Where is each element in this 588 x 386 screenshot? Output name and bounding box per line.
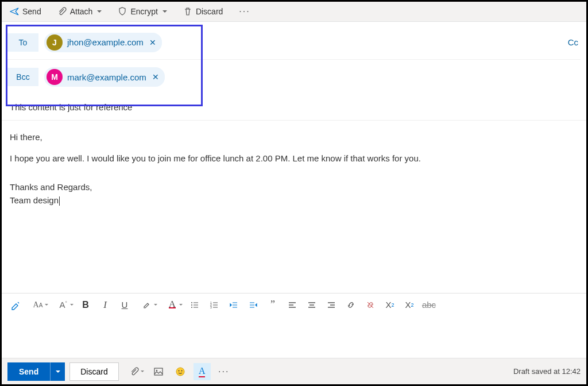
draft-status: Draft saved at 12:42 bbox=[513, 367, 581, 376]
cc-button[interactable]: Cc bbox=[568, 37, 578, 47]
avatar: J bbox=[47, 34, 63, 51]
top-toolbar: Send Attach Encrypt Discard ··· bbox=[2, 2, 586, 22]
paperclip-icon bbox=[57, 7, 67, 16]
svg-point-2 bbox=[191, 307, 192, 308]
discard-button[interactable]: Discard bbox=[179, 3, 227, 20]
unlink-button[interactable] bbox=[361, 296, 380, 314]
font-color-button[interactable]: A bbox=[160, 296, 184, 314]
svg-point-8 bbox=[176, 368, 184, 376]
send-button-primary[interactable]: Send bbox=[7, 362, 50, 381]
recipient-email: jhon@example.com bbox=[67, 37, 144, 47]
insert-image-button[interactable] bbox=[150, 363, 167, 380]
discard-label: Discard bbox=[196, 7, 223, 16]
subject-line[interactable]: This content is just for reference bbox=[2, 94, 586, 121]
bottom-bar: Send Discard A ··· Draft saved at 12:42 bbox=[2, 358, 586, 384]
svg-point-7 bbox=[156, 369, 157, 370]
superscript-button[interactable]: X2 bbox=[381, 296, 399, 314]
attach-button-bottom[interactable] bbox=[123, 363, 145, 380]
body-line: Team design bbox=[10, 194, 578, 207]
svg-point-1 bbox=[191, 304, 192, 306]
format-toggle-button[interactable]: A bbox=[194, 363, 211, 380]
to-button[interactable]: To bbox=[7, 33, 38, 52]
emoji-button[interactable] bbox=[172, 363, 189, 380]
discard-button-bottom[interactable]: Discard bbox=[69, 362, 118, 381]
to-row: To J jhon@example.com ✕ Cc bbox=[7, 25, 581, 60]
send-icon bbox=[10, 7, 19, 16]
trash-icon bbox=[183, 7, 192, 16]
body-line: Hi there, bbox=[10, 131, 578, 144]
chevron-down-icon bbox=[56, 370, 60, 373]
text-cursor bbox=[59, 196, 60, 206]
font-size-button[interactable]: A° bbox=[51, 296, 75, 314]
send-button-group: Send bbox=[7, 362, 65, 381]
bcc-button[interactable]: Bcc bbox=[7, 68, 38, 86]
align-left-button[interactable] bbox=[283, 296, 301, 314]
recipient-email: mark@example.com bbox=[67, 72, 146, 82]
remove-recipient-icon[interactable]: ✕ bbox=[151, 72, 160, 82]
subscript-button[interactable]: X2 bbox=[400, 296, 419, 314]
ellipsis-icon: ··· bbox=[218, 366, 229, 377]
send-label: Send bbox=[22, 7, 41, 16]
avatar: M bbox=[47, 69, 63, 85]
message-body[interactable]: Hi there, I hope you are well. I would l… bbox=[2, 121, 586, 293]
link-button[interactable] bbox=[342, 296, 360, 314]
bold-button[interactable]: B bbox=[76, 296, 95, 314]
recipients-area: To J jhon@example.com ✕ Cc Bcc M mark@ex… bbox=[2, 22, 586, 94]
paint-format-icon[interactable] bbox=[6, 296, 25, 314]
format-toolbar: AA A° B I U A 123 ” X2 X2 abc bbox=[2, 293, 586, 316]
remove-recipient-icon[interactable]: ✕ bbox=[148, 38, 157, 47]
italic-button[interactable]: I bbox=[96, 296, 114, 314]
body-line: Thanks and Regards, bbox=[10, 181, 578, 194]
underline-button[interactable]: U bbox=[115, 296, 134, 314]
attach-label: Attach bbox=[70, 7, 93, 16]
highlight-button[interactable] bbox=[135, 296, 159, 314]
more-button[interactable]: ··· bbox=[234, 3, 254, 20]
bullets-button[interactable] bbox=[185, 296, 204, 314]
shield-icon bbox=[118, 7, 127, 16]
encrypt-label: Encrypt bbox=[130, 7, 157, 16]
indent-button[interactable] bbox=[244, 296, 262, 314]
recipient-chip[interactable]: J jhon@example.com ✕ bbox=[44, 33, 162, 52]
ellipsis-icon: ··· bbox=[239, 6, 250, 17]
svg-point-10 bbox=[181, 370, 182, 371]
svg-point-0 bbox=[191, 302, 192, 303]
attach-button[interactable]: Attach bbox=[53, 3, 107, 20]
outdent-button[interactable] bbox=[225, 296, 243, 314]
recipient-chip[interactable]: M mark@example.com ✕ bbox=[44, 67, 165, 87]
send-split-button[interactable] bbox=[50, 362, 65, 381]
svg-text:3: 3 bbox=[210, 306, 212, 309]
encrypt-button[interactable]: Encrypt bbox=[113, 3, 171, 20]
chevron-down-icon bbox=[163, 10, 167, 13]
align-center-button[interactable] bbox=[303, 296, 321, 314]
chevron-down-icon bbox=[97, 10, 102, 13]
numbering-button[interactable]: 123 bbox=[205, 296, 223, 314]
bcc-row: Bcc M mark@example.com ✕ bbox=[7, 60, 581, 94]
align-right-button[interactable] bbox=[322, 296, 341, 314]
quote-button[interactable]: ” bbox=[264, 296, 282, 314]
svg-point-9 bbox=[178, 370, 179, 371]
strikethrough-button[interactable]: abc bbox=[420, 296, 438, 314]
more-button-bottom[interactable]: ··· bbox=[215, 363, 233, 380]
svg-rect-6 bbox=[154, 368, 163, 375]
font-family-button[interactable]: AA bbox=[26, 296, 50, 314]
body-line: I hope you are well. I would like you to… bbox=[10, 152, 578, 165]
send-button[interactable]: Send bbox=[5, 3, 46, 20]
